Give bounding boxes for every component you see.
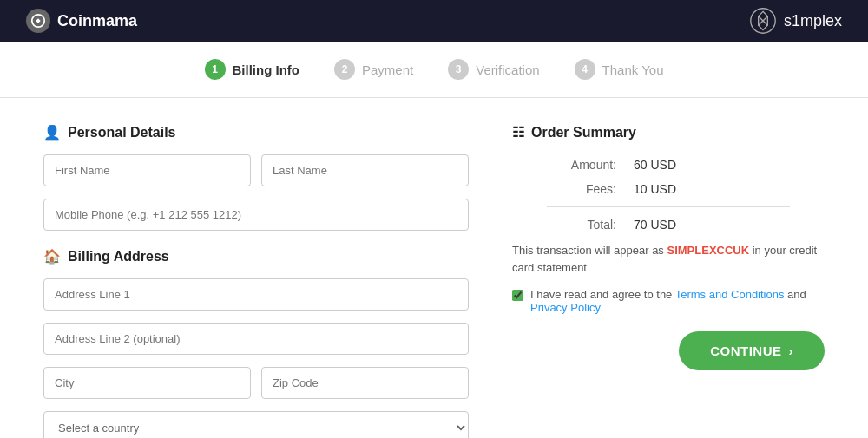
coinmama-icon <box>26 9 50 33</box>
total-value: 70 USD <box>634 218 676 232</box>
city-input[interactable] <box>43 367 251 399</box>
list-icon: ☷ <box>512 124 524 141</box>
simplex-logo: s1mplex <box>749 7 842 35</box>
city-zip-row <box>43 367 469 399</box>
billing-address-section: 🏠 Billing Address Select a country <box>43 248 469 438</box>
address1-input[interactable] <box>43 278 469 311</box>
amount-row: Amount: 60 USD <box>512 158 825 172</box>
last-name-input[interactable] <box>261 154 469 186</box>
step-2-number: 2 <box>334 59 355 80</box>
step-verification: 3 Verification <box>448 59 539 80</box>
zip-input[interactable] <box>261 367 469 399</box>
order-divider <box>547 206 790 207</box>
step-1-number: 1 <box>205 59 226 80</box>
privacy-link[interactable]: Privacy Policy <box>530 301 601 314</box>
merchant-name: SIMPLEXCCUK <box>667 244 749 257</box>
address1-group <box>43 278 469 311</box>
right-panel: ☷ Order Summary Amount: 60 USD Fees: 10 … <box>495 124 825 438</box>
total-label: Total: <box>547 218 616 232</box>
coinmama-logo: Coinmama <box>26 9 137 33</box>
brand-name: Coinmama <box>57 12 137 30</box>
step-3-label: Verification <box>476 62 539 77</box>
address2-input[interactable] <box>43 323 469 355</box>
name-row <box>43 154 469 186</box>
continue-button[interactable]: CONTINUE › <box>679 331 825 370</box>
terms-link[interactable]: Terms and Conditions <box>675 288 785 301</box>
step-4-label: Thank You <box>602 62 664 77</box>
terms-checkbox[interactable] <box>512 290 523 301</box>
step-2-label: Payment <box>362 62 413 77</box>
partner-name: s1mplex <box>784 12 842 30</box>
arrow-icon: › <box>789 343 794 358</box>
amount-label: Amount: <box>547 158 616 172</box>
terms-checkbox-row: I have read and agree to the Terms and C… <box>512 288 825 314</box>
transaction-prefix: This transaction will appear as <box>512 244 667 257</box>
order-summary-title: ☷ Order Summary <box>512 124 825 141</box>
country-group: Select a country <box>43 411 469 438</box>
amount-value: 60 USD <box>634 158 676 172</box>
person-icon: 👤 <box>43 124 61 141</box>
transaction-note: This transaction will appear as SIMPLEXC… <box>512 242 825 276</box>
fees-label: Fees: <box>547 182 616 196</box>
first-name-input[interactable] <box>43 154 251 186</box>
billing-address-title: 🏠 Billing Address <box>43 248 469 265</box>
total-row: Total: 70 USD <box>512 218 825 232</box>
address2-group <box>43 323 469 355</box>
step-billing: 1 Billing Info <box>205 59 299 80</box>
continue-btn-container: CONTINUE › <box>512 331 825 370</box>
step-3-number: 3 <box>448 59 469 80</box>
fees-value: 10 USD <box>634 182 676 196</box>
step-1-label: Billing Info <box>233 62 299 77</box>
step-thankyou: 4 Thank You <box>575 59 664 80</box>
main-content: 👤 Personal Details 🏠 Billing Address <box>0 98 868 438</box>
fees-row: Fees: 10 USD <box>512 182 825 196</box>
left-panel: 👤 Personal Details 🏠 Billing Address <box>43 124 469 438</box>
step-4-number: 4 <box>575 59 595 80</box>
phone-group <box>43 199 469 231</box>
steps-nav: 1 Billing Info 2 Payment 3 Verification … <box>0 42 868 98</box>
country-select[interactable]: Select a country <box>43 411 469 438</box>
personal-details-title: 👤 Personal Details <box>43 124 469 141</box>
step-payment: 2 Payment <box>334 59 413 80</box>
home-icon: 🏠 <box>43 248 61 265</box>
phone-input[interactable] <box>43 199 469 231</box>
app-header: Coinmama s1mplex <box>0 0 868 42</box>
terms-text: I have read and agree to the Terms and C… <box>530 288 825 314</box>
